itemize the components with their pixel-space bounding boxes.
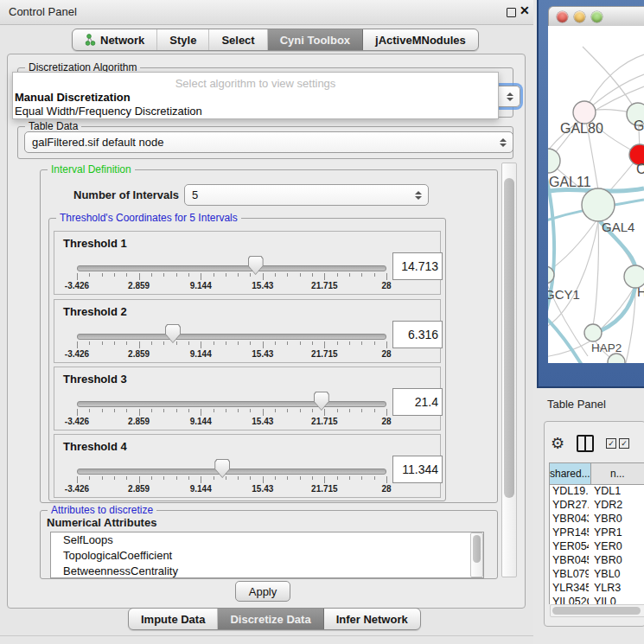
table-row[interactable]: YBR045C YBR0 — [550, 554, 644, 568]
mac-close-button[interactable] — [557, 11, 568, 22]
cell[interactable]: YLR345W — [550, 582, 589, 596]
table-row[interactable]: YBR043C YBR0 — [550, 513, 644, 526]
threshold-1-value-field[interactable]: 14.713 — [392, 252, 443, 280]
tab-jactivemnodules[interactable]: jActiveMNodules — [363, 29, 478, 50]
node-table[interactable]: shared... n... YDL19... YDL1 YDR27... YD… — [549, 462, 644, 604]
list-item[interactable]: TopologicalCoefficient — [51, 548, 483, 564]
node-hap2 — [584, 324, 602, 341]
cell[interactable]: YER054C — [550, 540, 589, 554]
tab-style[interactable]: Style — [157, 29, 209, 50]
cell[interactable]: YPR1 — [589, 526, 644, 540]
cell[interactable]: YBL0 — [589, 568, 644, 582]
cell[interactable]: YPR145W — [550, 526, 589, 540]
cell[interactable]: YDR27... — [550, 499, 589, 513]
list-item[interactable]: SelfLoops — [51, 532, 483, 548]
cell[interactable]: YIL052C — [550, 596, 589, 604]
network-canvas[interactable]: GAL80 GA C GAL11 GAL4 GCY1 H HAP2 — [548, 26, 644, 363]
table-row[interactable]: YBL079W YBL0 — [550, 568, 644, 582]
tab-impute-data-label: Impute Data — [141, 613, 205, 626]
slider-thumb[interactable] — [165, 324, 181, 343]
tab-network[interactable]: Network — [73, 29, 157, 50]
cell[interactable]: YDR2 — [589, 499, 644, 513]
tick-label: 28 — [381, 349, 391, 359]
threshold-2-panel: Threshold 2 -3.4262.8599.14415.4321.7152… — [54, 299, 441, 363]
tab-select-label: Select — [221, 34, 254, 47]
column-checkboxes[interactable]: ✓ ✓ — [606, 438, 629, 449]
scrollbar-thumb[interactable] — [552, 607, 641, 615]
tab-cyni-toolbox[interactable]: Cyni Toolbox — [268, 29, 363, 50]
number-of-intervals-combobox[interactable]: 5 — [184, 184, 429, 206]
column-header-shared[interactable]: shared... — [550, 463, 591, 484]
table-row[interactable]: YDL19... YDL1 — [550, 485, 644, 499]
tick-label: 2.859 — [128, 484, 150, 494]
threshold-4-slider[interactable] — [77, 468, 386, 475]
slider-track — [77, 265, 386, 271]
tab-impute-data[interactable]: Impute Data — [129, 609, 218, 629]
threshold-3-slider[interactable] — [77, 400, 386, 407]
threshold-4-value-field[interactable]: 11.344 — [392, 456, 443, 483]
cell[interactable]: YIL0 — [589, 596, 644, 604]
scrollbar-thumb[interactable] — [473, 535, 481, 563]
cell[interactable]: YDL19... — [550, 485, 589, 499]
node-label-gal11: GAL11 — [549, 175, 591, 189]
gear-icon[interactable]: ⚙ — [551, 436, 564, 451]
table-data-combobox[interactable]: galFiltered.sif default node — [24, 131, 513, 153]
tab-infer-network[interactable]: Infer Network — [324, 609, 420, 629]
dropdown-option-manual-discretization[interactable]: Manual Discretization — [15, 91, 496, 104]
threshold-2-slider[interactable] — [77, 333, 386, 340]
slider-ticks — [77, 476, 386, 484]
cell[interactable]: YDL1 — [589, 485, 644, 499]
slider-track — [77, 469, 386, 475]
cell[interactable]: YLR3 — [589, 582, 644, 596]
dropdown-option-equal-width-frequency[interactable]: Equal Width/Frequency Discretization — [15, 105, 496, 118]
slider-thumb[interactable] — [248, 256, 264, 275]
panel-vertical-scrollbar[interactable] — [501, 163, 517, 577]
cell[interactable]: YBR0 — [589, 513, 644, 526]
checkbox-icon[interactable]: ✓ — [619, 438, 629, 449]
slider-thumb[interactable] — [214, 459, 230, 478]
column-header-name[interactable]: n... — [591, 463, 644, 484]
combo-arrows-icon — [415, 191, 422, 200]
table-row[interactable]: YIL052C YIL0 — [550, 596, 644, 604]
threshold-1-slider[interactable] — [77, 265, 386, 271]
cell[interactable]: YBR043C — [550, 513, 589, 526]
float-window-icon[interactable] — [507, 8, 516, 17]
scrollbar-thumb[interactable] — [504, 178, 514, 498]
split-columns-icon[interactable] — [577, 435, 594, 452]
node-label-hap2: HAP2 — [591, 341, 622, 354]
table-horizontal-scrollbar[interactable] — [550, 604, 644, 617]
mac-zoom-button[interactable] — [591, 11, 603, 22]
attributes-group-title: Attributes to discretize — [48, 504, 156, 516]
combo-arrows-icon — [500, 138, 507, 147]
cell[interactable]: YBR0 — [589, 554, 644, 568]
table-row[interactable]: YPR145W YPR1 — [550, 526, 644, 540]
table-panel-toolbar: ⚙ ✓ ✓ — [551, 432, 644, 455]
numerical-attributes-list[interactable]: SelfLoops TopologicalCoefficient Between… — [50, 532, 484, 578]
tab-discretize-data[interactable]: Discretize Data — [218, 609, 323, 629]
tab-select[interactable]: Select — [209, 29, 267, 50]
threshold-3-value-field[interactable]: 21.4 — [392, 388, 443, 416]
cell[interactable]: YBL079W — [550, 568, 589, 582]
thresholds-group-title: Threshold's Coordinates for 5 Intervals — [56, 212, 241, 224]
node-label-ga: GA — [634, 118, 644, 133]
cyni-mode-tabs: Impute Data Discretize Data Infer Networ… — [128, 608, 421, 630]
mac-minimize-button[interactable] — [574, 11, 585, 22]
tick-label: 21.715 — [311, 281, 338, 290]
table-row[interactable]: YER054C YER0 — [550, 540, 644, 554]
table-row[interactable]: YDR27... YDR2 — [550, 499, 644, 513]
cell[interactable]: YER0 — [589, 540, 644, 554]
close-icon[interactable]: ✕ — [520, 3, 530, 17]
combo-arrows-icon — [507, 92, 513, 101]
interval-definition-group-title: Interval Definition — [48, 163, 135, 175]
slider-thumb[interactable] — [314, 392, 329, 411]
apply-button[interactable]: Apply — [235, 581, 290, 602]
list-item[interactable]: BetweennessCentrality — [51, 564, 483, 578]
threshold-4-label: Threshold 4 — [63, 440, 127, 453]
table-header-row: shared... n... — [550, 463, 644, 485]
checkbox-icon[interactable]: ✓ — [606, 438, 616, 449]
attributes-list-scrollbar[interactable] — [470, 532, 483, 577]
slider-tick-labels: -3.4262.8599.14415.4321.71528 — [77, 484, 386, 494]
threshold-2-value-field[interactable]: 6.316 — [392, 321, 443, 348]
cell[interactable]: YBR045C — [550, 554, 589, 568]
table-row[interactable]: YLR345W YLR3 — [550, 582, 644, 596]
